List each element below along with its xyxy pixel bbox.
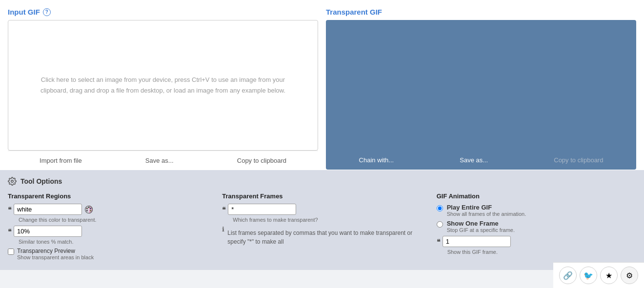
gif-animation-section: GIF Animation Play Entire GIF Show all f… — [437, 192, 636, 263]
show-one-frame-label: Show One Frame — [447, 220, 515, 227]
quote-icon-frames: ❝ — [222, 206, 226, 213]
link-button[interactable]: 🔗 — [559, 267, 577, 270]
frames-description-row: ℹ List frames separated by commas that y… — [222, 226, 422, 246]
svg-point-3 — [88, 207, 89, 208]
gif-animation-title: GIF Animation — [437, 192, 636, 200]
show-one-frame-sub: Stop GIF at a specific frame. — [447, 227, 515, 233]
options-grid: Transparent Regions ❝ Change th — [8, 192, 636, 263]
show-one-frame-group: Show One Frame Stop GIF at a specific fr… — [447, 220, 515, 233]
left-panel-actions: Import from file Save as... Copy to clip… — [8, 151, 318, 170]
percent-helper-text: Similar tones % match. — [19, 239, 207, 245]
frames-description: List frames separated by commas that you… — [227, 229, 422, 246]
frame-number-input[interactable] — [443, 236, 511, 247]
svg-point-0 — [11, 180, 14, 183]
color-picker-icon[interactable] — [84, 205, 94, 214]
svg-point-6 — [86, 210, 87, 211]
right-panel-actions: Chain with... Save as... Copy to clipboa… — [326, 151, 636, 170]
copy-to-clipboard-right-button[interactable]: Copy to clipboard — [550, 154, 607, 166]
show-one-frame-radio[interactable] — [437, 221, 443, 228]
frames-helper-text: Which frames to make transparent? — [233, 217, 422, 223]
transparency-preview-sublabel: Show transparent areas in black — [17, 254, 94, 260]
svg-point-5 — [90, 210, 91, 211]
transparent-regions-section: Transparent Regions ❝ Change th — [8, 192, 207, 263]
show-one-frame-row: Show One Frame Stop GIF at a specific fr… — [437, 220, 636, 233]
quote-icon-percent: ❝ — [8, 228, 12, 235]
help-icon[interactable]: ? — [43, 8, 51, 16]
color-input-row: ❝ — [8, 204, 207, 215]
transparency-preview-checkbox[interactable] — [8, 249, 14, 255]
input-gif-label: Input GIF — [8, 8, 40, 16]
frames-input[interactable] — [228, 204, 296, 215]
transparency-preview-label: Transparency Preview — [17, 248, 94, 254]
transparent-frames-title: Transparent Frames — [222, 192, 422, 200]
transparent-gif-preview — [326, 20, 636, 151]
tool-options-title: Tool Options — [20, 177, 62, 185]
quote-icon-frame: ❝ — [437, 238, 441, 246]
percent-input-row: ❝ — [8, 226, 207, 237]
input-drop-zone[interactable]: Click here to select an image from your … — [8, 20, 318, 151]
frames-input-row: ❝ — [222, 204, 422, 215]
left-panel-title: Input GIF ? — [8, 8, 318, 16]
tool-options-panel: Tool Options Transparent Regions ❝ — [0, 170, 644, 270]
svg-point-4 — [90, 208, 91, 209]
color-input[interactable] — [14, 204, 82, 215]
frame-number-row: ❝ — [437, 236, 636, 247]
import-from-file-button[interactable]: Import from file — [36, 155, 86, 166]
save-as-right-button[interactable]: Save as... — [456, 154, 492, 166]
percent-input[interactable] — [14, 226, 82, 237]
frame-number-helper: Show this GIF frame. — [447, 249, 636, 255]
settings-button[interactable]: ⚙ — [621, 267, 638, 270]
quote-icon-color: ❝ — [8, 206, 12, 213]
drop-text: Click here to select an image from your … — [8, 65, 318, 106]
color-helper-text: Change this color to transparent. — [19, 217, 207, 223]
transparent-frames-section: Transparent Frames ❝ Which frames to mak… — [222, 192, 422, 263]
chain-with-button[interactable]: Chain with... — [355, 154, 398, 166]
bottom-bar: 🔗 🐦 ★ ⚙ — [553, 262, 644, 270]
play-entire-gif-radio[interactable] — [437, 205, 443, 211]
tool-options-header: Tool Options — [8, 177, 636, 186]
save-as-left-button[interactable]: Save as... — [141, 155, 178, 166]
info-icon: ℹ — [222, 226, 224, 246]
play-entire-gif-sub: Show all frames of the animation. — [447, 211, 526, 217]
transparency-preview-row: Transparency Preview Show transparent ar… — [8, 248, 207, 263]
gear-icon — [8, 177, 17, 186]
copy-to-clipboard-left-button[interactable]: Copy to clipboard — [233, 155, 290, 166]
transparent-regions-title: Transparent Regions — [8, 192, 207, 200]
play-entire-gif-group: Play Entire GIF Show all frames of the a… — [447, 204, 526, 217]
star-button[interactable]: ★ — [600, 267, 618, 270]
twitter-button[interactable]: 🐦 — [580, 267, 597, 270]
transparent-gif-label: Transparent GIF — [326, 8, 382, 16]
right-panel-title: Transparent GIF — [326, 8, 636, 16]
play-entire-gif-label: Play Entire GIF — [447, 204, 526, 211]
svg-point-2 — [86, 208, 87, 209]
play-entire-gif-row: Play Entire GIF Show all frames of the a… — [437, 204, 636, 217]
